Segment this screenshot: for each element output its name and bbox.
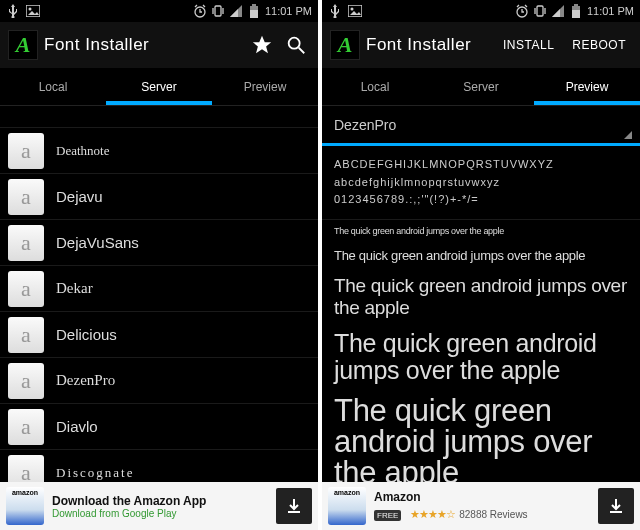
download-button[interactable] bbox=[276, 488, 312, 524]
reboot-button[interactable]: REBOOT bbox=[566, 34, 632, 56]
screen-right: 11:01 PM A Font Installer INSTALL REBOOT… bbox=[322, 0, 640, 530]
font-thumb-icon: a bbox=[8, 225, 44, 261]
alarm-icon bbox=[193, 4, 207, 18]
picture-icon bbox=[26, 4, 40, 18]
font-thumb-icon: a bbox=[8, 455, 44, 483]
tab-preview[interactable]: Preview bbox=[534, 68, 640, 105]
svg-rect-0 bbox=[26, 5, 40, 17]
ad-title: Amazon bbox=[374, 490, 590, 504]
app-bar: A Font Installer INSTALL REBOOT bbox=[322, 22, 640, 68]
review-count: 82888 Reviews bbox=[459, 509, 527, 520]
app-logo: A bbox=[330, 30, 360, 60]
svg-point-9 bbox=[351, 8, 354, 11]
preview-content: DezenPro ABCDEFGHIJKLMNOPQRSTUVWXYZ abcd… bbox=[322, 106, 640, 482]
font-thumb-icon: a bbox=[8, 363, 44, 399]
tabs: Local Server Preview bbox=[0, 68, 318, 106]
vibrate-icon bbox=[211, 4, 225, 18]
battery-icon bbox=[569, 4, 583, 18]
tabs: Local Server Preview bbox=[322, 68, 640, 106]
signal-icon bbox=[229, 4, 243, 18]
star-rating: ★★★★☆ bbox=[410, 508, 455, 520]
font-name: DejaVuSans bbox=[56, 234, 139, 251]
font-name: DezenPro bbox=[56, 372, 115, 389]
svg-rect-8 bbox=[348, 5, 362, 17]
font-name: Diavlo bbox=[56, 418, 98, 435]
usb-icon bbox=[328, 4, 342, 18]
search-icon[interactable] bbox=[282, 31, 310, 59]
usb-icon bbox=[6, 4, 20, 18]
font-name: Dejavu bbox=[56, 188, 103, 205]
font-thumb-icon: a bbox=[8, 179, 44, 215]
font-thumb-icon: a bbox=[8, 317, 44, 353]
list-item[interactable]: aDeathnote bbox=[0, 128, 318, 174]
sample-text: The quick green android jumps over the a… bbox=[322, 242, 640, 269]
svg-point-7 bbox=[289, 38, 300, 49]
svg-rect-3 bbox=[215, 6, 221, 16]
font-name: Dekar bbox=[56, 280, 93, 297]
list-item[interactable]: aDiavlo bbox=[0, 404, 318, 450]
battery-icon bbox=[247, 4, 261, 18]
app-title: Font Installer bbox=[44, 35, 242, 55]
list-item[interactable]: aDiscognate bbox=[0, 450, 318, 482]
font-name: Discognate bbox=[56, 465, 134, 481]
status-time: 11:01 PM bbox=[587, 5, 634, 17]
list-item[interactable]: aDejaVuSans bbox=[0, 220, 318, 266]
list-item[interactable]: aDelicious bbox=[0, 312, 318, 358]
amazon-app-icon bbox=[328, 487, 366, 525]
signal-icon bbox=[551, 4, 565, 18]
vibrate-icon bbox=[533, 4, 547, 18]
download-button[interactable] bbox=[598, 488, 634, 524]
font-thumb-icon: a bbox=[8, 409, 44, 445]
alphabet-nums: 0123456789.:,;'"(!?)+-*/= bbox=[334, 191, 628, 209]
list-item[interactable]: aDejavu bbox=[0, 174, 318, 220]
alphabet-upper: ABCDEFGHIJKLMNOPQRSTUVWXYZ bbox=[334, 156, 628, 174]
dropdown-icon bbox=[624, 131, 632, 139]
free-badge: FREE bbox=[374, 510, 401, 521]
app-logo: A bbox=[8, 30, 38, 60]
font-list[interactable]: aDeathnote aDejavu aDejaVuSans aDekar aD… bbox=[0, 106, 318, 482]
tab-local[interactable]: Local bbox=[0, 68, 106, 105]
list-item[interactable]: aDekar bbox=[0, 266, 318, 312]
picture-icon bbox=[348, 4, 362, 18]
font-selector[interactable]: DezenPro bbox=[322, 106, 640, 146]
status-time: 11:01 PM bbox=[265, 5, 312, 17]
ad-title: Download the Amazon App bbox=[52, 494, 268, 508]
app-bar: A Font Installer bbox=[0, 22, 318, 68]
star-icon[interactable] bbox=[248, 31, 276, 59]
svg-rect-6 bbox=[252, 4, 256, 6]
sample-text: The quick green android jumps over the a… bbox=[322, 269, 640, 325]
amazon-app-icon bbox=[6, 487, 44, 525]
svg-point-1 bbox=[29, 8, 32, 11]
tab-preview[interactable]: Preview bbox=[212, 68, 318, 105]
install-button[interactable]: INSTALL bbox=[497, 34, 560, 56]
sample-text: The quick green android jumps over the a… bbox=[322, 324, 640, 389]
tab-server[interactable]: Server bbox=[428, 68, 534, 105]
svg-rect-13 bbox=[572, 10, 580, 18]
svg-rect-5 bbox=[250, 10, 258, 18]
screen-left: 11:01 PM A Font Installer Local Server P… bbox=[0, 0, 318, 530]
svg-rect-14 bbox=[574, 4, 578, 6]
status-bar: 11:01 PM bbox=[322, 0, 640, 22]
sample-text: The quick green android jumps over the a… bbox=[322, 389, 640, 482]
font-thumb-icon: a bbox=[8, 133, 44, 169]
list-item[interactable] bbox=[0, 106, 318, 128]
ad-banner[interactable]: Amazon FREE ★★★★☆ 82888 Reviews bbox=[322, 482, 640, 530]
sample-text: The quick green android jumps over the a… bbox=[322, 220, 640, 242]
ad-subtitle: Download from Google Play bbox=[52, 508, 268, 519]
alphabet-lower: abcdefghijklmnopqrstuvwxyz bbox=[334, 174, 628, 192]
list-item[interactable]: aDezenPro bbox=[0, 358, 318, 404]
tab-local[interactable]: Local bbox=[322, 68, 428, 105]
app-title: Font Installer bbox=[366, 35, 491, 55]
alarm-icon bbox=[515, 4, 529, 18]
status-bar: 11:01 PM bbox=[0, 0, 318, 22]
selected-font: DezenPro bbox=[334, 117, 396, 133]
tab-server[interactable]: Server bbox=[106, 68, 212, 105]
svg-rect-11 bbox=[537, 6, 543, 16]
font-thumb-icon: a bbox=[8, 271, 44, 307]
font-name: Deathnote bbox=[56, 143, 109, 159]
font-name: Delicious bbox=[56, 326, 117, 343]
ad-banner[interactable]: Download the Amazon App Download from Go… bbox=[0, 482, 318, 530]
alphabet-preview: ABCDEFGHIJKLMNOPQRSTUVWXYZ abcdefghijklm… bbox=[322, 146, 640, 220]
